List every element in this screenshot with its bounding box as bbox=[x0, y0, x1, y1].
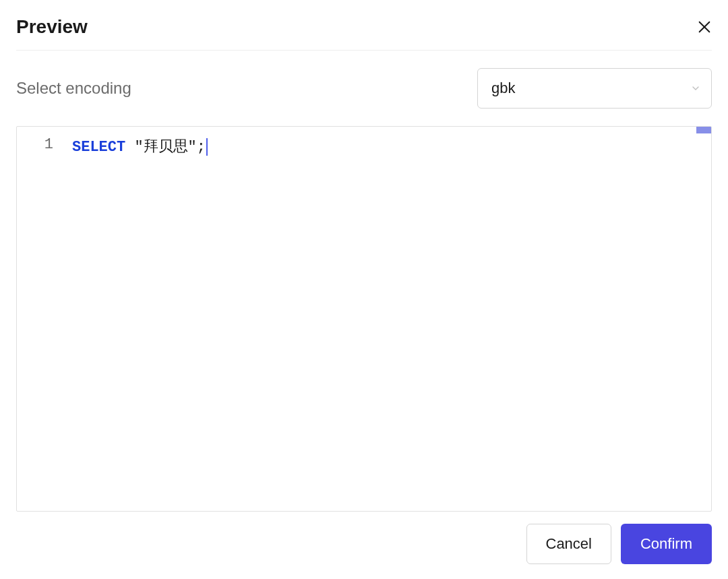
modal-footer: Cancel Confirm bbox=[16, 524, 712, 564]
encoding-select[interactable]: gbk bbox=[477, 68, 712, 109]
encoding-label: Select encoding bbox=[16, 79, 131, 98]
cancel-button[interactable]: Cancel bbox=[526, 524, 611, 564]
editor-cursor bbox=[206, 138, 208, 156]
close-icon[interactable] bbox=[697, 20, 712, 34]
modal-title: Preview bbox=[16, 16, 88, 38]
sql-space bbox=[125, 139, 134, 156]
editor-content[interactable]: SELECT "拜贝思"; bbox=[72, 127, 711, 511]
editor-gutter: 1 bbox=[17, 127, 72, 511]
scroll-indicator bbox=[696, 127, 711, 133]
line-number: 1 bbox=[17, 136, 53, 153]
confirm-button[interactable]: Confirm bbox=[621, 524, 712, 564]
code-editor[interactable]: 1 SELECT "拜贝思"; bbox=[16, 126, 712, 512]
encoding-select-value: gbk bbox=[477, 68, 712, 109]
preview-modal: Preview Select encoding gbk 1 SELECT "拜贝… bbox=[0, 0, 728, 579]
sql-keyword: SELECT bbox=[72, 139, 125, 156]
encoding-row: Select encoding gbk bbox=[16, 68, 712, 109]
modal-header: Preview bbox=[16, 16, 712, 51]
sql-string: "拜贝思"; bbox=[134, 139, 206, 156]
